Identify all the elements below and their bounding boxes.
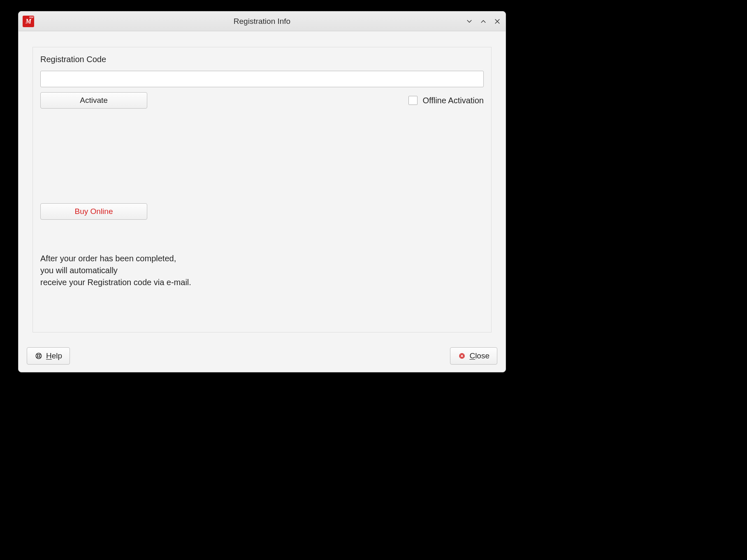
minimize-button[interactable] — [465, 17, 473, 26]
order-info-text: After your order has been completed, you… — [40, 253, 484, 288]
error-circle-icon — [458, 352, 466, 360]
offline-activation-checkbox[interactable]: Offline Activation — [408, 96, 484, 105]
lifebuoy-icon — [35, 352, 43, 360]
activate-button[interactable]: Activate — [40, 92, 147, 109]
registration-panel: Registration Code Activate Offline Activ… — [32, 47, 492, 332]
window-title: Registration Info — [19, 17, 506, 26]
maximize-button[interactable] — [479, 17, 487, 26]
close-icon — [494, 18, 501, 25]
help-button[interactable]: Help — [27, 347, 70, 365]
svg-point-1 — [37, 355, 40, 357]
chevron-down-icon — [466, 18, 473, 25]
offline-activation-input[interactable] — [408, 96, 418, 105]
titlebar[interactable]: Registration Info — [19, 12, 506, 31]
offline-activation-label: Offline Activation — [422, 96, 484, 105]
buy-online-button[interactable]: Buy Online — [40, 203, 147, 220]
help-button-label: Help — [46, 351, 62, 360]
close-button[interactable]: Close — [450, 347, 497, 365]
dialog-content: Registration Code Activate Offline Activ… — [19, 31, 506, 340]
pdf-app-icon — [23, 16, 34, 27]
close-button-label: Close — [469, 351, 489, 360]
dialog-footer: Help Close — [19, 340, 506, 372]
registration-code-input[interactable] — [40, 71, 484, 87]
close-window-button[interactable] — [493, 17, 501, 26]
window-controls — [465, 17, 501, 26]
chevron-up-icon — [480, 18, 487, 25]
registration-code-label: Registration Code — [40, 55, 484, 64]
registration-dialog: Registration Info Registration Code Acti… — [18, 11, 506, 372]
